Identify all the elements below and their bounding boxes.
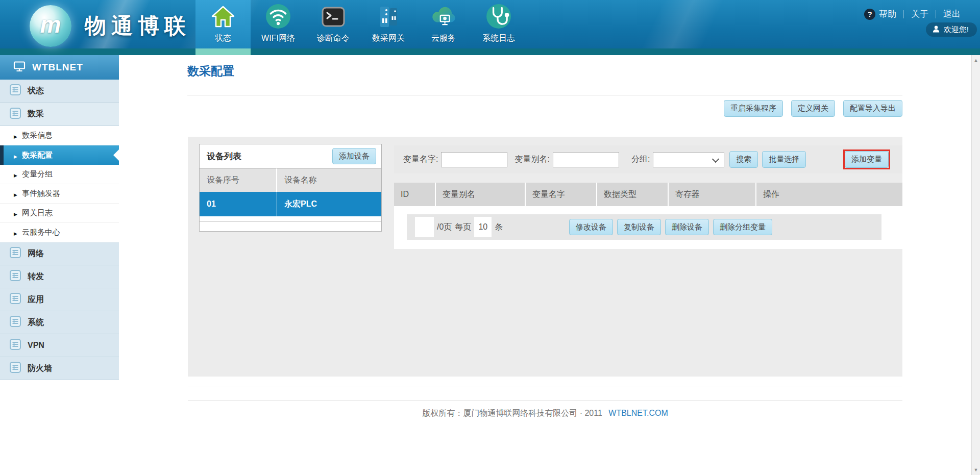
add-variable-highlight: 添加变量 xyxy=(843,149,890,169)
caret-right-icon xyxy=(14,170,17,179)
logout-link[interactable]: 退出 xyxy=(943,8,961,20)
batch-select-button[interactable]: 批量选择 xyxy=(762,151,806,168)
device-name-cell: 永宏PLC xyxy=(277,192,381,216)
question-icon xyxy=(864,9,875,20)
sidebar-item-cloud-center[interactable]: 云服务中心 xyxy=(0,223,119,242)
pagination-controls: /0页 每页 条 xyxy=(415,214,503,240)
variable-filter-bar: 变量名字: 变量别名: 分组: 搜索 批量选择 添加变量 xyxy=(394,145,902,173)
stethoscope-icon xyxy=(485,3,512,30)
sidebar-item-data-collection[interactable]: 数采 xyxy=(0,103,119,126)
grid-icon xyxy=(9,269,21,284)
col-register: 寄存器 xyxy=(669,183,756,206)
footer-divider xyxy=(188,401,902,401)
search-button[interactable]: 搜索 xyxy=(729,151,758,168)
sidebar: WTBLNET 状态 数采 数采信息 数采配置 变量分组 事件触发器 网关 xyxy=(0,55,119,380)
variable-table-header: ID 变量别名 变量名字 数据类型 寄存器 操作 xyxy=(394,183,902,206)
sidebar-item-data-info[interactable]: 数采信息 xyxy=(0,126,119,145)
page-title: 数采配置 xyxy=(187,63,234,79)
wifi-icon xyxy=(265,3,291,30)
sidebar-item-status[interactable]: 状态 xyxy=(0,80,119,103)
logo-globe-icon xyxy=(30,5,71,47)
device-list-header: 设备列表 添加设备 xyxy=(200,144,381,168)
device-list-title: 设备列表 xyxy=(207,151,241,162)
grid-icon xyxy=(9,107,21,121)
scroll-down-icon[interactable] xyxy=(972,467,980,472)
device-list-panel: 设备列表 添加设备 设备序号 设备名称 01 永宏PLC xyxy=(199,144,382,232)
group-select[interactable] xyxy=(653,152,724,167)
tab-label: 诊断命令 xyxy=(317,33,350,44)
sidebar-item-label: 数采配置 xyxy=(22,151,53,160)
welcome-badge: 欢迎您! xyxy=(926,22,977,37)
pagination-bar: /0页 每页 条 修改设备 复制设备 删除设备 删除分组变量 xyxy=(407,214,881,240)
tab-label: 云服务 xyxy=(431,33,456,44)
per-page-input[interactable] xyxy=(474,217,492,237)
scroll-up-icon[interactable] xyxy=(972,58,980,63)
device-row-selected[interactable]: 01 永宏PLC xyxy=(200,192,381,216)
grid-icon xyxy=(9,246,21,261)
top-header: 物通博联 状态 WIFI网络 诊断命令 xyxy=(0,0,980,55)
sidebar-item-label: 云服务中心 xyxy=(22,228,60,237)
col-datatype: 数据类型 xyxy=(597,183,669,206)
vertical-scrollbar[interactable] xyxy=(971,55,980,475)
delete-group-variables-button[interactable]: 删除分组变量 xyxy=(713,219,772,236)
about-link[interactable]: 关于 xyxy=(911,8,928,20)
grid-icon xyxy=(9,315,21,330)
home-icon xyxy=(210,3,236,30)
gateway-icon xyxy=(376,3,401,30)
sidebar-item-event-trigger[interactable]: 事件触发器 xyxy=(0,184,119,204)
sidebar-item-gateway-log[interactable]: 网关日志 xyxy=(0,204,119,223)
sidebar-item-label: 事件触发器 xyxy=(22,189,60,198)
sidebar-item-label: 状态 xyxy=(28,86,44,96)
top-links: 帮助 关于 退出 xyxy=(864,8,961,20)
add-device-button[interactable]: 添加设备 xyxy=(332,148,376,165)
variable-alias-input[interactable] xyxy=(553,152,619,167)
copy-device-button[interactable]: 复制设备 xyxy=(617,219,661,236)
tab-label: 状态 xyxy=(215,33,231,44)
tab-wifi-network[interactable]: WIFI网络 xyxy=(251,0,306,48)
sidebar-item-vpn[interactable]: VPN xyxy=(0,334,119,357)
help-link[interactable]: 帮助 xyxy=(879,8,896,20)
link-divider xyxy=(936,10,936,18)
wtblnet-link[interactable]: WTBLNET.COM xyxy=(608,409,668,417)
delete-device-button[interactable]: 删除设备 xyxy=(665,219,709,236)
cloud-icon xyxy=(430,3,457,30)
unit-label: 条 xyxy=(495,222,503,233)
config-import-export-button[interactable]: 配置导入导出 xyxy=(843,100,902,117)
sidebar-item-application[interactable]: 应用 xyxy=(0,288,119,311)
link-divider xyxy=(903,10,904,18)
header-bottom-strip xyxy=(0,48,980,55)
sidebar-item-label: 转发 xyxy=(28,271,44,282)
tab-cloud-service[interactable]: 云服务 xyxy=(416,0,471,48)
device-col-name: 设备名称 xyxy=(277,168,381,192)
tab-data-gateway[interactable]: 数采网关 xyxy=(361,0,416,48)
sidebar-item-label: 应用 xyxy=(28,294,44,305)
add-variable-button[interactable]: 添加变量 xyxy=(845,151,889,168)
sidebar-item-network[interactable]: 网络 xyxy=(0,242,119,265)
title-divider xyxy=(187,95,902,95)
modify-device-button[interactable]: 修改设备 xyxy=(569,219,613,236)
page-toolbar: 重启采集程序 定义网关 配置导入导出 xyxy=(187,100,902,117)
sidebar-item-data-config[interactable]: 数采配置 xyxy=(0,145,119,165)
tab-diagnostic-command[interactable]: 诊断命令 xyxy=(306,0,361,48)
sidebar-item-firewall[interactable]: 防火墙 xyxy=(0,357,119,380)
variable-name-input[interactable] xyxy=(441,152,507,167)
sidebar-item-label: 数采信息 xyxy=(22,131,53,140)
tab-system-log[interactable]: 系统日志 xyxy=(471,0,526,48)
caret-right-icon xyxy=(14,151,17,160)
tab-status[interactable]: 状态 xyxy=(195,0,251,48)
sidebar-item-label: 变量分组 xyxy=(22,169,53,179)
variable-table-body: /0页 每页 条 修改设备 复制设备 删除设备 删除分组变量 xyxy=(394,206,902,249)
restart-collector-button[interactable]: 重启采集程序 xyxy=(724,100,783,117)
person-icon xyxy=(932,25,940,35)
page-number-input[interactable] xyxy=(415,217,434,237)
sidebar-item-variable-group[interactable]: 变量分组 xyxy=(0,165,119,184)
group-label: 分组: xyxy=(631,154,650,165)
sidebar-item-forwarding[interactable]: 转发 xyxy=(0,265,119,288)
caret-right-icon xyxy=(14,189,17,198)
col-actions: 操作 xyxy=(756,183,902,206)
device-empty-row xyxy=(200,222,381,231)
active-tab-underline xyxy=(195,48,251,55)
device-col-serial: 设备序号 xyxy=(200,168,277,192)
define-gateway-button[interactable]: 定义网关 xyxy=(791,100,835,117)
sidebar-item-system[interactable]: 系统 xyxy=(0,311,119,334)
